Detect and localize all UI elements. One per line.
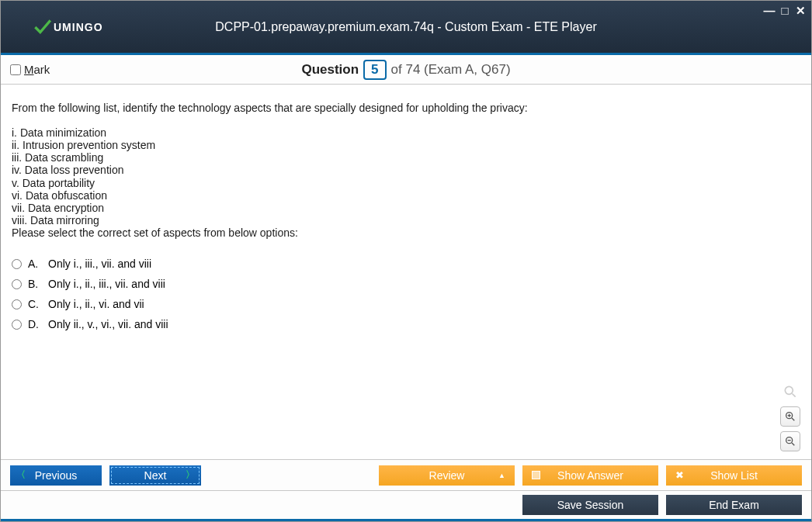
answer-option[interactable]: B.Only i., ii., iii., vii. and viii (12, 278, 800, 290)
chevron-right-icon: 〉 (186, 468, 195, 482)
button-bar-primary: 〈 Previous Next 〉 Review ▲ Show Answer ✖… (1, 459, 811, 490)
save-session-button[interactable]: Save Session (522, 495, 658, 515)
answer-text: Only ii., v., vi., vii. and viii (48, 318, 168, 330)
window-controls: — □ ✕ (763, 4, 807, 18)
stem-intro: From the following list, identify the te… (12, 102, 800, 114)
zoom-tools (780, 382, 800, 451)
next-button-label: Next (144, 469, 167, 482)
stem-line: vi. Data obfuscation (12, 189, 800, 202)
review-button[interactable]: Review ▲ (379, 465, 515, 486)
answer-option[interactable]: D.Only ii., v., vi., vii. and viii (12, 318, 800, 330)
stem-line: i. Data minimization (12, 126, 800, 139)
answer-letter: B. (28, 278, 42, 290)
stem-line: v. Data portability (12, 177, 800, 189)
maximize-button[interactable]: □ (779, 4, 791, 18)
answer-radio[interactable] (12, 279, 22, 289)
svg-line-1 (793, 394, 796, 397)
answer-radio[interactable] (12, 299, 22, 309)
answer-text: Only i., iii., vii. and viii (48, 258, 151, 270)
answer-text: Only i., ii., vi. and vii (48, 298, 144, 310)
question-counter: Question 5 of 74 (Exam A, Q67) (1, 60, 811, 80)
end-exam-button[interactable]: End Exam (666, 495, 802, 515)
minimize-button[interactable]: — (763, 4, 776, 18)
show-list-button-label: Show List (710, 469, 758, 482)
mark-checkbox-wrap[interactable]: Mark (10, 63, 50, 76)
button-bar-secondary: Save Session End Exam (1, 490, 811, 521)
answer-option[interactable]: A.Only i., iii., vii. and viii (12, 258, 800, 270)
save-session-button-label: Save Session (557, 499, 624, 511)
search-icon[interactable] (780, 382, 800, 402)
previous-button-label: Previous (35, 469, 77, 482)
answer-letter: C. (28, 298, 42, 310)
answer-radio[interactable] (12, 320, 22, 330)
previous-button[interactable]: 〈 Previous (10, 465, 102, 486)
stem-line: iv. Data loss prevention (12, 164, 800, 176)
square-icon (532, 471, 540, 479)
svg-line-3 (792, 418, 794, 420)
answer-options: A.Only i., iii., vii. and viiiB.Only i.,… (12, 258, 800, 330)
zoom-in-button[interactable] (780, 406, 800, 427)
answer-option[interactable]: C.Only i., ii., vi. and vii (12, 298, 800, 310)
question-of-text: of 74 (Exam A, Q67) (391, 62, 511, 78)
question-number-box[interactable]: 5 (363, 60, 386, 80)
show-answer-button-label: Show Answer (557, 469, 623, 482)
svg-point-0 (785, 386, 793, 394)
stem-line: ii. Intrusion prevention system (12, 139, 800, 151)
stem-list: i. Data minimizationii. Intrusion preven… (12, 126, 800, 226)
end-exam-button-label: End Exam (709, 499, 759, 511)
show-list-button[interactable]: ✖ Show List (666, 465, 802, 486)
stem-line: iii. Data scrambling (12, 151, 800, 164)
zoom-out-button[interactable] (780, 431, 800, 451)
mark-label[interactable]: Mark (24, 63, 50, 76)
titlebar: UMINGO DCPP-01.prepaway.premium.exam.74q… (1, 1, 811, 55)
answer-text: Only i., ii., iii., vii. and viii (48, 278, 165, 290)
next-button[interactable]: Next 〉 (109, 465, 201, 486)
close-button[interactable]: ✕ (794, 4, 807, 18)
show-answer-button[interactable]: Show Answer (522, 465, 658, 486)
stem-line: vii. Data encryption (12, 202, 800, 214)
question-stem: From the following list, identify the te… (12, 102, 800, 239)
question-label: Question (301, 62, 359, 78)
mark-checkbox[interactable] (10, 64, 21, 75)
svg-line-7 (792, 443, 794, 445)
question-bar: Mark Question 5 of 74 (Exam A, Q67) (1, 55, 811, 85)
answer-letter: D. (28, 318, 42, 330)
app-window: UMINGO DCPP-01.prepaway.premium.exam.74q… (0, 0, 812, 522)
answer-letter: A. (28, 258, 42, 270)
stem-line: viii. Data mirroring (12, 214, 800, 226)
window-title: DCPP-01.prepaway.premium.exam.74q - Cust… (1, 20, 811, 34)
review-button-label: Review (429, 469, 465, 482)
chevron-left-icon: 〈 (16, 468, 26, 482)
answer-radio[interactable] (12, 259, 22, 269)
question-content: From the following list, identify the te… (1, 85, 811, 459)
x-icon: ✖ (675, 469, 684, 481)
triangle-up-icon: ▲ (498, 472, 505, 479)
stem-prompt: Please select the correct set of aspects… (12, 226, 800, 239)
